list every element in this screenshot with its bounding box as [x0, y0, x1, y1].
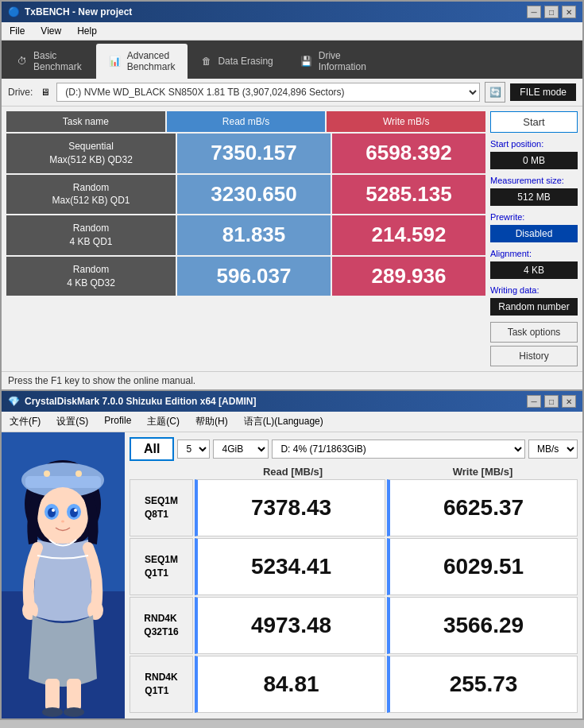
cdm-read-seq1m-q1t1: 5234.41 [195, 538, 385, 595]
tab-data-erasing[interactable]: 🗑 Data Erasing [189, 44, 285, 79]
txbench-close-btn[interactable]: ✕ [562, 6, 576, 18]
svg-point-17 [42, 707, 63, 717]
cdm-label-rnd4k-q32t16: RND4K Q32T16 [130, 597, 193, 654]
txbench-main-content: Task name Read mB/s Write mB/s Sequentia… [2, 106, 582, 371]
svg-rect-16 [67, 679, 81, 711]
cdm-title-left: 💎 CrystalDiskMark 7.0.0 Shizuku Edition … [8, 396, 256, 407]
txbench-title-bar: 🔵 TxBENCH - New project ─ □ ✕ [2, 2, 582, 22]
svg-point-20 [75, 470, 82, 477]
bench-write-rand-4k-qd32: 289.936 [332, 257, 485, 296]
drive-bar: Drive: 🖥 (D:) NVMe WD_BLACK SN850X 1.81 … [2, 79, 582, 106]
svg-point-19 [44, 470, 50, 477]
basic-benchmark-icon: ⏱ [17, 56, 27, 67]
tab-drive-label: Drive Information [319, 50, 366, 72]
tab-drive-information[interactable]: 💾 Drive Information [288, 44, 379, 79]
cdm-size-select[interactable]: 4GiB [213, 440, 269, 459]
cdm-write-rnd4k-q1t1: 255.73 [387, 656, 578, 713]
status-text: Press the F1 key to show the online manu… [8, 375, 195, 386]
bench-task-rand-max-qd1: Random Max(512 KB) QD1 [6, 175, 176, 215]
bench-read-rand-max-qd1: 3230.650 [177, 175, 331, 215]
cdm-read-header: Read [MB/s] [198, 466, 388, 478]
bench-write-rand-max-qd1: 5285.135 [332, 175, 485, 215]
txbench-minimize-btn[interactable]: ─ [527, 6, 541, 18]
menu-file[interactable]: File [5, 24, 29, 38]
cdm-menu-language[interactable]: 语言(L)(Language) [239, 413, 328, 430]
tab-advanced-benchmark[interactable]: 📊 Advanced Benchmark [96, 44, 188, 79]
drive-icon: 🖥 [41, 87, 50, 98]
txbench-menu-bar: File View Help [2, 22, 582, 41]
cdm-label-rnd4k-q1t1: RND4K Q1T1 [130, 656, 193, 713]
task-options-button[interactable]: Task options [490, 322, 578, 343]
cdm-unit-select[interactable]: MB/s [528, 440, 578, 459]
menu-view[interactable]: View [36, 24, 66, 38]
measurement-size-value: 512 MB [490, 188, 578, 206]
drive-select[interactable]: (D:) NVMe WD_BLACK SN850X 1.81 TB (3,907… [56, 83, 480, 102]
data-erasing-icon: 🗑 [202, 56, 211, 67]
cdm-menu-bar: 文件(F) 设置(S) Profile 主题(C) 帮助(H) 语言(L)(La… [2, 412, 582, 432]
txbench-window-controls: ─ □ ✕ [527, 6, 576, 18]
col-write: Write mB/s [327, 111, 485, 132]
cdm-label-seq1m-q8t1: SEQ1M Q8T1 [130, 479, 193, 536]
cdm-menu-settings[interactable]: 设置(S) [52, 413, 93, 430]
bench-task-rand-4k-qd1: Random 4 KB QD1 [6, 215, 176, 255]
txbench-sidebar: Start Start position: 0 MB Measurement s… [490, 111, 578, 366]
start-position-label: Start position: [490, 139, 578, 149]
advanced-benchmark-icon: 📊 [109, 56, 121, 67]
prewrite-value: Disabled [490, 225, 578, 242]
cdm-menu-file[interactable]: 文件(F) [5, 413, 45, 430]
benchmark-table: Task name Read mB/s Write mB/s Sequentia… [6, 111, 485, 366]
cdm-row-rnd4k-q32t16: RND4K Q32T16 4973.48 3566.29 [130, 597, 578, 654]
prewrite-label: Prewrite: [490, 212, 578, 222]
txbench-title-left: 🔵 TxBENCH - New project [8, 6, 132, 17]
svg-rect-15 [45, 679, 60, 711]
bench-read-seq-qd32: 7350.157 [177, 134, 331, 173]
cdm-data-rows: SEQ1M Q8T1 7378.43 6625.37 SEQ1M Q1T1 52… [125, 479, 582, 718]
cdm-spacer [130, 466, 198, 478]
cdm-column-headers: Read [MB/s] Write [MB/s] [125, 466, 582, 479]
bench-read-rand-4k-qd32: 596.037 [177, 257, 331, 296]
cdm-disk-select[interactable]: D: 4% (71/1863GiB) [272, 440, 525, 459]
cdm-count-select[interactable]: 5 [177, 440, 210, 459]
txbench-title-text: TxBENCH - New project [25, 6, 132, 17]
benchmark-table-header: Task name Read mB/s Write mB/s [6, 111, 485, 132]
tab-basic-benchmark[interactable]: ⏱ Basic Benchmark [5, 44, 95, 79]
bench-row-rand-4k-qd32: Random 4 KB QD32 596.037 289.936 [6, 257, 485, 296]
cdm-row-seq1m-q1t1: SEQ1M Q1T1 5234.41 6029.51 [130, 538, 578, 595]
history-button[interactable]: History [490, 346, 578, 366]
cdm-close-btn[interactable]: ✕ [562, 395, 576, 408]
bench-row-seq-qd32: Sequential Max(512 KB) QD32 7350.157 659… [6, 134, 485, 173]
writing-data-label: Writing data: [490, 285, 578, 295]
cdm-title-bar: 💎 CrystalDiskMark 7.0.0 Shizuku Edition … [2, 391, 582, 412]
file-mode-button[interactable]: FILE mode [510, 83, 576, 101]
txbench-maximize-btn[interactable]: □ [544, 6, 559, 18]
cdm-title-icon: 💎 [8, 396, 20, 407]
drive-refresh-button[interactable]: 🔄 [485, 82, 505, 103]
cdm-content: All 5 4GiB D: 4% (71/1863GiB) MB/s Read … [2, 432, 582, 718]
measurement-size-label: Measurement size: [490, 176, 578, 185]
menu-help[interactable]: Help [72, 24, 102, 38]
cdm-row-seq1m-q8t1: SEQ1M Q8T1 7378.43 6625.37 [130, 479, 578, 536]
cdm-minimize-btn[interactable]: ─ [527, 395, 541, 408]
txbench-nav-tabs: ⏱ Basic Benchmark 📊 Advanced Benchmark 🗑… [2, 41, 582, 79]
cdm-window-controls: ─ □ ✕ [527, 395, 576, 408]
svg-point-12 [61, 521, 64, 523]
drive-label: Drive: [8, 87, 33, 98]
cdm-menu-help[interactable]: 帮助(H) [191, 413, 233, 430]
bench-row-rand-max-qd1: Random Max(512 KB) QD1 3230.650 5285.135 [6, 175, 485, 215]
cdm-menu-theme[interactable]: 主题(C) [142, 413, 184, 430]
cdm-toolbar: All 5 4GiB D: 4% (71/1863GiB) MB/s [125, 432, 582, 466]
alignment-label: Alignment: [490, 249, 578, 258]
col-task-name: Task name [6, 111, 165, 132]
bench-read-rand-4k-qd1: 81.835 [177, 215, 331, 255]
cdm-maximize-btn[interactable]: □ [544, 395, 559, 408]
cdm-read-rnd4k-q32t16: 4973.48 [195, 597, 385, 654]
bench-write-rand-4k-qd1: 214.592 [332, 215, 485, 255]
start-button[interactable]: Start [490, 111, 578, 133]
txbench-status-bar: Press the F1 key to show the online manu… [2, 371, 582, 389]
cdm-window: 💎 CrystalDiskMark 7.0.0 Shizuku Edition … [0, 391, 584, 720]
bench-task-seq-qd32: Sequential Max(512 KB) QD32 [6, 134, 176, 173]
cdm-all-button[interactable]: All [130, 437, 174, 461]
svg-rect-4 [25, 476, 101, 488]
cdm-menu-profile[interactable]: Profile [99, 413, 136, 430]
cdm-row-rnd4k-q1t1: RND4K Q1T1 84.81 255.73 [130, 656, 578, 713]
